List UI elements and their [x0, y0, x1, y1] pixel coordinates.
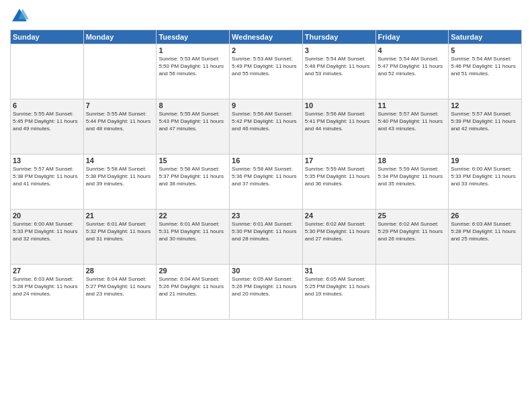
- day-number: 10: [305, 101, 373, 109]
- logo-icon: [10, 7, 29, 26]
- day-info: Sunrise: 6:04 AM Sunset: 5:26 PM Dayligh…: [159, 275, 227, 298]
- week-row-1: 1Sunrise: 5:53 AM Sunset: 5:50 PM Daylig…: [11, 44, 522, 99]
- day-number: 9: [232, 101, 300, 109]
- day-cell: 15Sunrise: 5:58 AM Sunset: 5:37 PM Dayli…: [157, 154, 230, 210]
- day-number: 19: [451, 156, 519, 165]
- day-info: Sunrise: 5:55 AM Sunset: 5:43 PM Dayligh…: [159, 110, 227, 133]
- week-row-3: 13Sunrise: 5:57 AM Sunset: 5:38 PM Dayli…: [11, 154, 522, 210]
- day-info: Sunrise: 6:02 AM Sunset: 5:29 PM Dayligh…: [378, 220, 447, 243]
- logo: [10, 7, 32, 26]
- day-cell: 26Sunrise: 6:03 AM Sunset: 5:28 PM Dayli…: [449, 210, 522, 265]
- day-cell: 23Sunrise: 6:01 AM Sunset: 5:30 PM Dayli…: [230, 210, 303, 265]
- day-cell: [449, 265, 522, 320]
- day-info: Sunrise: 5:56 AM Sunset: 5:41 PM Dayligh…: [305, 110, 373, 133]
- day-number: 5: [451, 46, 519, 54]
- day-number: 28: [86, 267, 154, 275]
- day-cell: 20Sunrise: 6:00 AM Sunset: 5:33 PM Dayli…: [11, 210, 84, 265]
- day-number: 2: [232, 46, 300, 54]
- day-info: Sunrise: 6:01 AM Sunset: 5:30 PM Dayligh…: [232, 220, 300, 243]
- day-info: Sunrise: 5:58 AM Sunset: 5:37 PM Dayligh…: [159, 165, 227, 188]
- day-number: 21: [86, 212, 154, 220]
- calendar-page: SundayMondayTuesdayWednesdayThursdayFrid…: [0, 0, 532, 411]
- day-cell: 13Sunrise: 5:57 AM Sunset: 5:38 PM Dayli…: [11, 154, 84, 210]
- day-cell: 19Sunrise: 6:00 AM Sunset: 5:33 PM Dayli…: [449, 154, 522, 210]
- day-number: 17: [305, 156, 373, 165]
- day-cell: 16Sunrise: 5:58 AM Sunset: 5:36 PM Dayli…: [230, 154, 303, 210]
- day-info: Sunrise: 5:53 AM Sunset: 5:50 PM Dayligh…: [159, 55, 227, 78]
- day-cell: 24Sunrise: 6:02 AM Sunset: 5:30 PM Dayli…: [302, 210, 375, 265]
- day-cell: 31Sunrise: 6:05 AM Sunset: 5:25 PM Dayli…: [302, 265, 375, 320]
- day-cell: 28Sunrise: 6:04 AM Sunset: 5:27 PM Dayli…: [83, 265, 157, 320]
- day-number: 18: [378, 156, 447, 165]
- day-number: 6: [13, 101, 81, 109]
- day-info: Sunrise: 5:57 AM Sunset: 5:38 PM Dayligh…: [13, 165, 81, 188]
- day-number: 8: [159, 101, 227, 109]
- day-cell: 4Sunrise: 5:54 AM Sunset: 5:47 PM Daylig…: [375, 44, 449, 99]
- day-info: Sunrise: 5:54 AM Sunset: 5:48 PM Dayligh…: [305, 55, 373, 78]
- weekday-header-wednesday: Wednesday: [230, 30, 303, 44]
- day-cell: 9Sunrise: 5:56 AM Sunset: 5:42 PM Daylig…: [230, 99, 303, 154]
- day-cell: 7Sunrise: 5:55 AM Sunset: 5:44 PM Daylig…: [83, 99, 157, 154]
- day-number: 30: [232, 267, 300, 275]
- day-cell: 17Sunrise: 5:59 AM Sunset: 5:35 PM Dayli…: [302, 154, 375, 210]
- day-info: Sunrise: 5:59 AM Sunset: 5:34 PM Dayligh…: [378, 165, 447, 188]
- day-number: 29: [159, 267, 227, 275]
- day-number: 22: [159, 212, 227, 220]
- weekday-header-tuesday: Tuesday: [157, 30, 230, 44]
- day-cell: [375, 265, 449, 320]
- weekday-header-thursday: Thursday: [302, 30, 375, 44]
- weekday-header-saturday: Saturday: [449, 30, 522, 44]
- day-info: Sunrise: 5:54 AM Sunset: 5:47 PM Dayligh…: [378, 55, 447, 78]
- day-number: 13: [13, 156, 81, 165]
- day-number: 25: [378, 212, 447, 220]
- day-info: Sunrise: 6:05 AM Sunset: 5:26 PM Dayligh…: [232, 275, 300, 298]
- day-cell: 11Sunrise: 5:57 AM Sunset: 5:40 PM Dayli…: [375, 99, 449, 154]
- day-cell: 21Sunrise: 6:01 AM Sunset: 5:32 PM Dayli…: [83, 210, 157, 265]
- day-number: 7: [86, 101, 154, 109]
- week-row-5: 27Sunrise: 6:03 AM Sunset: 5:28 PM Dayli…: [11, 265, 522, 320]
- week-row-2: 6Sunrise: 5:55 AM Sunset: 5:45 PM Daylig…: [11, 99, 522, 154]
- day-cell: 2Sunrise: 5:53 AM Sunset: 5:49 PM Daylig…: [230, 44, 303, 99]
- day-info: Sunrise: 6:03 AM Sunset: 5:28 PM Dayligh…: [13, 275, 81, 298]
- day-info: Sunrise: 5:55 AM Sunset: 5:45 PM Dayligh…: [13, 110, 81, 133]
- day-info: Sunrise: 6:01 AM Sunset: 5:32 PM Dayligh…: [86, 220, 154, 243]
- day-number: 16: [232, 156, 300, 165]
- day-info: Sunrise: 6:01 AM Sunset: 5:31 PM Dayligh…: [159, 220, 227, 243]
- day-info: Sunrise: 5:57 AM Sunset: 5:39 PM Dayligh…: [451, 110, 519, 133]
- day-cell: 25Sunrise: 6:02 AM Sunset: 5:29 PM Dayli…: [375, 210, 449, 265]
- day-cell: 27Sunrise: 6:03 AM Sunset: 5:28 PM Dayli…: [11, 265, 84, 320]
- day-cell: [83, 44, 157, 99]
- day-cell: 3Sunrise: 5:54 AM Sunset: 5:48 PM Daylig…: [302, 44, 375, 99]
- day-info: Sunrise: 6:02 AM Sunset: 5:30 PM Dayligh…: [305, 220, 373, 243]
- day-number: 23: [232, 212, 300, 220]
- day-number: 27: [13, 267, 81, 275]
- day-info: Sunrise: 5:56 AM Sunset: 5:42 PM Dayligh…: [232, 110, 300, 133]
- day-info: Sunrise: 5:58 AM Sunset: 5:36 PM Dayligh…: [232, 165, 300, 188]
- day-cell: 18Sunrise: 5:59 AM Sunset: 5:34 PM Dayli…: [375, 154, 449, 210]
- day-info: Sunrise: 5:57 AM Sunset: 5:40 PM Dayligh…: [378, 110, 447, 133]
- day-number: 15: [159, 156, 227, 165]
- day-number: 26: [451, 212, 519, 220]
- day-number: 1: [159, 46, 227, 54]
- day-cell: 5Sunrise: 5:54 AM Sunset: 5:46 PM Daylig…: [449, 44, 522, 99]
- day-info: Sunrise: 6:00 AM Sunset: 5:33 PM Dayligh…: [451, 165, 519, 188]
- day-cell: 8Sunrise: 5:55 AM Sunset: 5:43 PM Daylig…: [157, 99, 230, 154]
- day-number: 11: [378, 101, 447, 109]
- day-cell: 22Sunrise: 6:01 AM Sunset: 5:31 PM Dayli…: [157, 210, 230, 265]
- calendar-table: SundayMondayTuesdayWednesdayThursdayFrid…: [10, 30, 522, 320]
- day-info: Sunrise: 6:00 AM Sunset: 5:33 PM Dayligh…: [13, 220, 81, 243]
- day-info: Sunrise: 6:05 AM Sunset: 5:25 PM Dayligh…: [305, 275, 373, 298]
- day-number: 31: [305, 267, 373, 275]
- weekday-header-row: SundayMondayTuesdayWednesdayThursdayFrid…: [11, 30, 522, 44]
- day-cell: 12Sunrise: 5:57 AM Sunset: 5:39 PM Dayli…: [449, 99, 522, 154]
- day-info: Sunrise: 5:54 AM Sunset: 5:46 PM Dayligh…: [451, 55, 519, 78]
- day-info: Sunrise: 6:04 AM Sunset: 5:27 PM Dayligh…: [86, 275, 154, 298]
- day-cell: 10Sunrise: 5:56 AM Sunset: 5:41 PM Dayli…: [302, 99, 375, 154]
- day-info: Sunrise: 6:03 AM Sunset: 5:28 PM Dayligh…: [451, 220, 519, 243]
- day-number: 20: [13, 212, 81, 220]
- weekday-header-sunday: Sunday: [11, 30, 84, 44]
- day-info: Sunrise: 5:58 AM Sunset: 5:38 PM Dayligh…: [86, 165, 154, 188]
- day-cell: 6Sunrise: 5:55 AM Sunset: 5:45 PM Daylig…: [11, 99, 84, 154]
- day-number: 14: [86, 156, 154, 165]
- day-number: 3: [305, 46, 373, 54]
